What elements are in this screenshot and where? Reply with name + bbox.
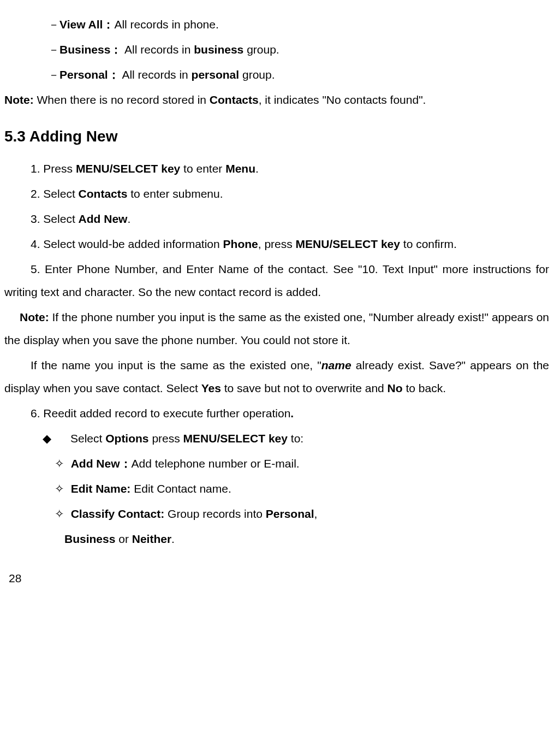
label: Business： <box>59 43 122 56</box>
text: Group records into <box>168 507 266 520</box>
text: or <box>115 533 132 545</box>
step-item: 1. Press MENU/SELCET key to enter Menu. <box>4 157 549 180</box>
list-item: －View All：All records in phone. <box>4 13 549 36</box>
document-body: －View All：All records in phone. －Busines… <box>4 13 549 590</box>
sub-bullet-continuation: Business or Neither. <box>4 528 549 551</box>
body-paragraph: If the name you input is the same as the… <box>4 354 549 400</box>
text: to confirm. <box>400 238 457 250</box>
bold-italic-text: name <box>321 359 352 371</box>
section-heading: 5.3 Adding New <box>4 121 549 152</box>
sub-bullet-item: ✧ Edit Name: Edit Contact name. <box>4 477 549 500</box>
bold-text: Edit Name: <box>71 482 134 495</box>
bold-text: Add New <box>79 212 128 225</box>
text: Select would-be added information <box>43 238 223 250</box>
label: View All： <box>59 18 114 31</box>
text: All records in phone. <box>114 18 218 31</box>
list-item: －Business： All records in business group… <box>4 38 549 61</box>
step-number: 1. <box>31 162 43 175</box>
text: . <box>127 212 130 225</box>
text: Select <box>70 432 105 445</box>
text: Enter Phone Number, and Enter Name of th… <box>4 263 549 298</box>
dash-icon: － <box>48 43 59 56</box>
bold-text: Menu <box>225 162 255 175</box>
step-number: 4. <box>31 238 43 250</box>
text: to enter <box>180 162 225 175</box>
dash-icon: － <box>48 68 59 81</box>
text: , it indicates "No contacts found". <box>259 93 426 106</box>
bold-text: Contacts <box>210 93 259 106</box>
bold-text: Neither <box>132 533 171 545</box>
bold-text: Phone <box>223 238 258 250</box>
text: If the phone number you input is the sam… <box>4 311 549 346</box>
diamond-outline-icon: ✧ <box>55 457 64 470</box>
text: All records in <box>120 68 192 81</box>
bold-text: MENU/SELCET key <box>76 162 180 175</box>
text: group. <box>243 43 279 56</box>
bold-text: Add New： <box>71 457 132 470</box>
list-item: －Personal： All records in personal group… <box>4 63 549 86</box>
bold-text: MENU/SELECT key <box>183 432 288 445</box>
bold-text: Personal <box>266 507 314 520</box>
text: Press <box>43 162 76 175</box>
text: to enter submenu. <box>127 187 223 200</box>
text: , <box>314 507 318 520</box>
sub-bullet-item: ✧ Classify Contact: Group records into P… <box>4 502 549 525</box>
text: Reedit added record to execute further o… <box>43 407 290 419</box>
dash-icon: － <box>48 18 59 31</box>
page-number: 28 <box>4 567 549 590</box>
step-item: 4. Select would-be added information Pho… <box>4 233 549 256</box>
step-item: 3. Select Add New. <box>4 208 549 230</box>
text: . <box>255 162 259 175</box>
step-number: 6. <box>31 407 43 419</box>
note-paragraph: Note: If the phone number you input is t… <box>4 306 549 352</box>
text: , press <box>258 238 296 250</box>
text: to save but not to overwrite and <box>221 382 388 394</box>
text: Add telephone number or E-mail. <box>132 457 300 470</box>
bold-text: MENU/SELECT key <box>296 238 400 250</box>
step-item: 6. Reedit added record to execute furthe… <box>4 402 549 425</box>
note-label: Note: <box>20 311 52 323</box>
text: group. <box>239 68 275 81</box>
note-paragraph: Note: When there is no record stored in … <box>4 88 549 111</box>
text: . <box>171 533 175 545</box>
bold-text: Business <box>64 533 115 545</box>
bold-text: . <box>290 407 294 419</box>
step-number: 5. <box>31 263 45 275</box>
diamond-outline-icon: ✧ <box>55 507 64 520</box>
sub-bullet-item: ✧ Add New：Add telephone number or E-mail… <box>4 452 549 475</box>
bold-text: No <box>388 382 403 394</box>
text: When there is no record stored in <box>37 93 210 106</box>
bold-text: Contacts <box>79 187 128 200</box>
text: All records in <box>122 43 194 56</box>
bold-text: Options <box>105 432 148 445</box>
step-number: 3. <box>31 212 43 225</box>
step-item: 2. Select Contacts to enter submenu. <box>4 182 549 205</box>
text: If the name you input is the same as the… <box>31 359 321 371</box>
label: Personal： <box>59 68 120 81</box>
step-number: 2. <box>31 187 43 200</box>
note-label: Note: <box>4 93 37 106</box>
bold-text: Classify Contact: <box>71 507 168 520</box>
text: Select <box>43 187 78 200</box>
text: press <box>149 432 183 445</box>
bold-text: personal <box>192 68 240 81</box>
text: Select <box>43 212 78 225</box>
bold-text: business <box>194 43 243 56</box>
bullet-item: ◆ Select Options press MENU/SELECT key t… <box>4 427 549 450</box>
text: to back. <box>403 382 446 394</box>
diamond-outline-icon: ✧ <box>55 482 64 495</box>
text: to: <box>288 432 303 445</box>
bold-text: Yes <box>201 382 221 394</box>
diamond-icon: ◆ <box>43 432 51 445</box>
text: Edit Contact name. <box>134 482 231 495</box>
step-item: 5. Enter Phone Number, and Enter Name of… <box>4 258 549 304</box>
